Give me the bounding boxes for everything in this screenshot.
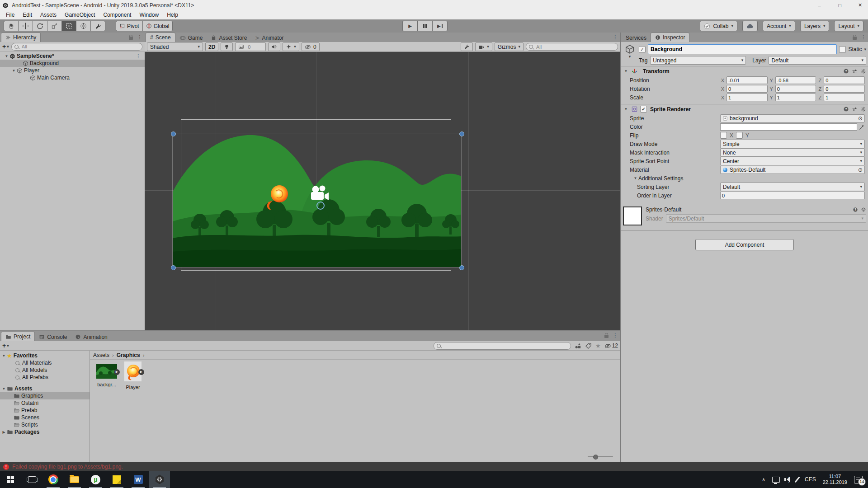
additional-settings-foldout[interactable]: ▼ Additional Settings bbox=[621, 174, 868, 183]
component-enabled-checkbox[interactable]: ✓ bbox=[640, 106, 647, 113]
breadcrumb-graphics[interactable]: Graphics bbox=[117, 352, 140, 358]
eyedropper-icon[interactable] bbox=[859, 124, 865, 130]
tab-scene[interactable]: # Scene bbox=[146, 33, 175, 42]
foldout-open-icon[interactable]: ▼ bbox=[623, 107, 629, 111]
folder-ostatni[interactable]: Ostatní bbox=[0, 399, 90, 407]
lock-icon[interactable] bbox=[853, 37, 857, 40]
transform-component-header[interactable]: ▼ Transform bbox=[621, 66, 868, 76]
network-icon[interactable] bbox=[772, 477, 780, 483]
foldout-open-icon[interactable]: ▼ bbox=[1, 387, 7, 391]
step-button[interactable]: ▶ bbox=[432, 21, 448, 31]
sprite-renderer-component-header[interactable]: ▼ ✓ Sprite Renderer bbox=[621, 104, 868, 114]
close-button[interactable]: ✕ bbox=[850, 0, 868, 10]
hierarchy-search-input[interactable] bbox=[21, 43, 139, 50]
folder-scripts[interactable]: Scripts bbox=[0, 421, 90, 428]
search-by-label-icon[interactable] bbox=[585, 343, 592, 349]
slider-thumb[interactable] bbox=[593, 455, 598, 460]
search-by-type-icon[interactable] bbox=[575, 343, 581, 349]
custom-tool-button[interactable] bbox=[90, 21, 105, 31]
folder-graphics[interactable]: Graphics bbox=[0, 392, 90, 399]
scene-search[interactable] bbox=[526, 43, 618, 51]
shading-mode-dropdown[interactable]: Shaded ▾ bbox=[147, 42, 203, 51]
thumbnail-size-slider[interactable] bbox=[588, 455, 613, 459]
sort-point-dropdown[interactable]: Center ▾ bbox=[720, 157, 865, 165]
favorite-all-materials[interactable]: All Materials bbox=[0, 359, 90, 366]
help-icon[interactable] bbox=[843, 106, 849, 112]
breadcrumb-assets[interactable]: Assets bbox=[93, 352, 109, 358]
help-icon[interactable] bbox=[853, 207, 858, 212]
foldout-open-icon[interactable]: ▼ bbox=[1, 354, 7, 358]
expand-asset-icon[interactable]: ▶ bbox=[114, 369, 120, 375]
move-tool-button[interactable] bbox=[18, 21, 33, 31]
scene-tools-button[interactable] bbox=[461, 42, 473, 51]
static-checkbox[interactable] bbox=[839, 46, 846, 53]
scene-row[interactable]: ▼ SampleScene* ⋮ bbox=[0, 52, 145, 60]
sprite-object-field[interactable]: background ⊙ bbox=[720, 114, 865, 122]
assets-root-row[interactable]: ▼ Assets bbox=[0, 385, 90, 392]
menu-component[interactable]: Component bbox=[99, 10, 135, 19]
foldout-open-icon[interactable]: ▼ bbox=[11, 69, 17, 73]
project-search-input[interactable] bbox=[443, 343, 568, 349]
rotate-tool-button[interactable] bbox=[33, 21, 47, 31]
selection-handle[interactable] bbox=[171, 131, 176, 136]
scene-camera-dropdown[interactable]: ▾ bbox=[475, 42, 492, 51]
material-object-field[interactable]: Sprites-Default ⊙ bbox=[720, 166, 865, 174]
chevron-down-icon[interactable]: ▾ bbox=[864, 47, 866, 52]
position-y-input[interactable] bbox=[775, 76, 816, 84]
folder-prefab[interactable]: Prefab bbox=[0, 407, 90, 414]
gameobject-name-input[interactable] bbox=[648, 44, 837, 54]
minimize-button[interactable]: – bbox=[809, 0, 830, 10]
collab-dropdown[interactable]: Collab ▾ bbox=[700, 21, 737, 31]
menu-window[interactable]: Window bbox=[135, 10, 163, 19]
lock-icon[interactable] bbox=[129, 37, 133, 40]
scale-x-input[interactable] bbox=[726, 94, 768, 101]
sorting-layer-dropdown[interactable]: Default ▾ bbox=[720, 183, 865, 191]
kebab-menu-icon[interactable]: ⋮ bbox=[861, 34, 866, 40]
color-swatch[interactable] bbox=[720, 123, 857, 131]
pivot-toggle-button[interactable]: Pivot bbox=[116, 21, 142, 31]
kebab-menu-icon[interactable]: ⋮ bbox=[613, 333, 618, 338]
global-toggle-button[interactable]: Global bbox=[142, 21, 173, 31]
menu-assets[interactable]: Assets bbox=[36, 10, 61, 19]
position-x-input[interactable] bbox=[726, 76, 768, 84]
shader-dropdown[interactable]: Sprites/Default ▾ bbox=[666, 214, 866, 223]
lock-icon[interactable] bbox=[604, 335, 609, 338]
rotation-x-input[interactable] bbox=[726, 85, 768, 93]
pause-button[interactable] bbox=[417, 21, 432, 31]
create-button[interactable]: +▾ bbox=[2, 342, 9, 349]
overlay-value-input[interactable] bbox=[246, 43, 263, 50]
hierarchy-search[interactable] bbox=[11, 43, 142, 51]
selection-handle[interactable] bbox=[459, 265, 464, 270]
scale-y-input[interactable] bbox=[775, 94, 816, 101]
order-in-layer-input[interactable] bbox=[720, 192, 865, 199]
tab-asset-store[interactable]: Asset Store bbox=[207, 33, 251, 42]
hierarchy-item-main-camera[interactable]: Main Camera bbox=[0, 74, 145, 81]
scene-audio-toggle[interactable] bbox=[268, 42, 280, 51]
tab-hierarchy[interactable]: Hierarchy bbox=[1, 33, 41, 42]
tab-services[interactable]: Services bbox=[622, 33, 651, 42]
gizmos-dropdown[interactable]: Gizmos ▾ bbox=[495, 42, 524, 51]
tag-dropdown[interactable]: Untagged ▾ bbox=[650, 56, 746, 65]
kebab-menu-icon[interactable]: ⋮ bbox=[613, 34, 618, 40]
flip-y-checkbox[interactable] bbox=[736, 132, 743, 139]
menu-file[interactable]: File bbox=[2, 10, 19, 19]
tab-animation[interactable]: Animation bbox=[71, 333, 111, 341]
scene-lighting-toggle[interactable] bbox=[221, 42, 233, 51]
rotation-z-input[interactable] bbox=[824, 85, 865, 93]
layer-dropdown[interactable]: Default ▾ bbox=[769, 56, 866, 65]
layout-dropdown[interactable]: Layout ▾ bbox=[834, 21, 863, 31]
selection-handle[interactable] bbox=[459, 131, 464, 136]
gear-icon[interactable] bbox=[860, 68, 866, 74]
preset-icon[interactable] bbox=[852, 106, 858, 112]
taskbar-word[interactable]: W bbox=[127, 471, 149, 488]
tray-expand-icon[interactable]: ∧ bbox=[762, 477, 765, 483]
taskbar-explorer[interactable] bbox=[64, 471, 85, 488]
favorite-all-prefabs[interactable]: All Prefabs bbox=[0, 374, 90, 381]
task-view-button[interactable] bbox=[21, 471, 42, 488]
mask-interaction-dropdown[interactable]: None ▾ bbox=[720, 148, 865, 157]
pen-icon[interactable] bbox=[795, 476, 800, 482]
background-sprite[interactable] bbox=[173, 133, 461, 267]
language-indicator[interactable]: CES bbox=[805, 476, 816, 483]
expand-asset-icon[interactable]: ▶ bbox=[138, 369, 144, 375]
object-picker-icon[interactable]: ⊙ bbox=[858, 167, 863, 173]
